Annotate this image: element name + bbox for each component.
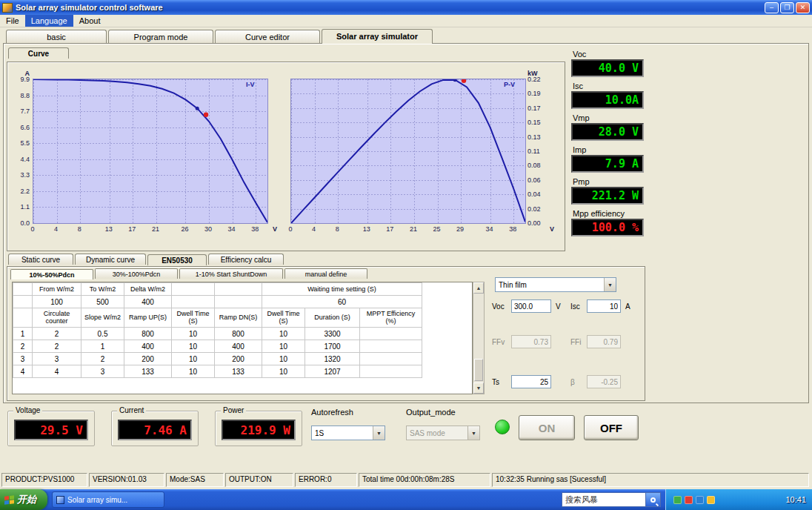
tab-solar-array-simulator[interactable]: Solar array simulator: [322, 29, 433, 44]
grid-cell[interactable]: [360, 365, 422, 378]
chevron-down-icon[interactable]: ▼: [604, 278, 616, 291]
ts-input[interactable]: [511, 375, 551, 388]
voc-input[interactable]: [511, 299, 551, 313]
table-scrollbar[interactable]: ▲ ▼: [473, 282, 485, 394]
app-icon: [2, 3, 13, 13]
grid-cell[interactable]: 500: [81, 296, 124, 308]
menu-language[interactable]: Language: [25, 15, 73, 27]
minimize-button[interactable]: –: [765, 2, 779, 13]
grid-cell[interactable]: 200: [215, 353, 262, 365]
grid-cell[interactable]: 1320: [305, 353, 360, 365]
status-error: ERROR:0: [295, 473, 357, 487]
tab-curve-editor[interactable]: Curve editor: [215, 30, 320, 43]
grid-cell[interactable]: 2: [33, 328, 81, 340]
grid-cell[interactable]: 3: [81, 365, 124, 378]
grid-cell[interactable]: 10: [262, 365, 305, 378]
sequence-table: From W/m2 To W/m2 Delta W/m2 Waiting tim…: [12, 282, 473, 394]
tick-label: 0.00: [528, 219, 550, 227]
grid-cell[interactable]: 0.5: [81, 328, 124, 340]
imp-readout: Imp 7.9 A: [571, 145, 645, 173]
maximize-button[interactable]: ❐: [780, 2, 794, 13]
output-mode-value: SAS mode: [410, 429, 445, 437]
grid-cell[interactable]: [360, 328, 422, 340]
grid-cell[interactable]: [360, 340, 422, 353]
tick-label: 3.3: [10, 171, 30, 179]
grid-cell[interactable]: [360, 353, 422, 365]
grid-cell[interactable]: 10: [172, 353, 215, 365]
mpp-efficiency-label: Mpp efficiency: [573, 209, 645, 218]
output-status-indicator: [495, 420, 510, 434]
grid-cell[interactable]: 800: [215, 328, 262, 340]
scroll-thumb[interactable]: [474, 359, 483, 381]
tab-manual-define[interactable]: manual define: [284, 268, 367, 279]
tab-static-curve[interactable]: Static curve: [8, 254, 73, 265]
tab-30-100-pdcn[interactable]: 30%-100%Pdcn: [95, 268, 178, 279]
tick-label: 0: [24, 225, 41, 233]
chevron-down-icon[interactable]: ▼: [373, 426, 385, 440]
scroll-down-icon[interactable]: ▼: [473, 382, 484, 394]
volume-icon[interactable]: [696, 496, 704, 504]
update-icon[interactable]: [707, 496, 715, 504]
isc-input[interactable]: [587, 299, 621, 313]
grid-cell[interactable]: 3: [33, 353, 81, 365]
grid-cell[interactable]: 400: [124, 340, 172, 353]
on-button[interactable]: ON: [519, 415, 575, 440]
close-button[interactable]: ✕: [796, 2, 810, 13]
pv-plot-area: [290, 79, 526, 224]
start-button[interactable]: 开始: [0, 489, 47, 510]
taskbar-app-button[interactable]: Solar array simu...: [52, 491, 164, 508]
row-number: 4: [13, 365, 33, 378]
grid-cell[interactable]: 1: [81, 340, 124, 353]
grid-cell[interactable]: 400: [215, 340, 262, 353]
grid-cell[interactable]: 100: [33, 296, 81, 308]
film-type-select[interactable]: Thin film ▼: [495, 277, 616, 292]
grid-cell[interactable]: 200: [124, 353, 172, 365]
grid-cell[interactable]: 4: [33, 365, 81, 378]
chevron-down-icon: ▼: [467, 426, 479, 440]
search-icon[interactable]: [645, 493, 660, 506]
ffi-input: [587, 335, 621, 348]
tick-label: 4: [305, 225, 323, 233]
column-header: MPPT Efficiency (%): [360, 308, 422, 328]
grid-cell[interactable]: 2: [81, 353, 124, 365]
off-button[interactable]: OFF: [584, 415, 639, 440]
grid-cell[interactable]: 10: [262, 353, 305, 365]
column-header: Delta W/m2: [124, 283, 172, 296]
tab-efficiency-calcu[interactable]: Efficiency calcu: [208, 254, 284, 265]
imp-label: Imp: [573, 145, 645, 154]
tab-en50530[interactable]: EN50530: [147, 254, 207, 265]
tab-curve[interactable]: Curve: [8, 47, 69, 59]
tab-basic[interactable]: basic: [6, 30, 107, 43]
tab-10-50-pdcn[interactable]: 10%-50%Pdcn: [10, 269, 93, 279]
grid-cell[interactable]: 10: [172, 365, 215, 378]
grid-cell[interactable]: 10: [262, 340, 305, 353]
alert-icon[interactable]: [685, 496, 693, 504]
tab-program-mode[interactable]: Program mode: [108, 30, 213, 43]
menu-file[interactable]: File: [0, 15, 25, 27]
grid-cell[interactable]: 10: [262, 328, 305, 340]
grid-cell[interactable]: 133: [124, 365, 172, 378]
grid-cell[interactable]: 60: [262, 296, 422, 308]
grid-cell[interactable]: 10: [172, 328, 215, 340]
grid-cell[interactable]: 1700: [305, 340, 360, 353]
tab-dynamic-curve[interactable]: Dynamic curve: [75, 254, 146, 265]
scroll-up-icon[interactable]: ▲: [473, 282, 484, 294]
taskbar-clock[interactable]: 10:41: [785, 495, 806, 504]
grid-cell[interactable]: 800: [124, 328, 172, 340]
menu-about[interactable]: About: [73, 15, 107, 27]
network-icon[interactable]: [673, 496, 682, 504]
grid-cell[interactable]: 400: [124, 296, 172, 308]
power-label: Power: [221, 406, 246, 414]
grid-cell[interactable]: 10: [172, 340, 215, 353]
grid-cell[interactable]: 1207: [305, 365, 360, 378]
tab-start-shuntdown[interactable]: 1-10% Start ShuntDown: [179, 268, 283, 279]
pv-chart: 0.220.190.170.150.130.110.080.060.040.02…: [284, 68, 563, 246]
status-mode: Mode:SAS: [166, 473, 224, 487]
pv-curve-svg: [291, 79, 525, 223]
grid-cell[interactable]: 2: [33, 340, 81, 353]
tick-label: 17: [123, 225, 141, 233]
grid-cell[interactable]: 3300: [305, 328, 360, 340]
grid-cell[interactable]: 133: [215, 365, 262, 378]
taskbar-search[interactable]: 搜索风暴: [562, 492, 661, 507]
autorefresh-select[interactable]: 1S ▼: [311, 425, 385, 440]
